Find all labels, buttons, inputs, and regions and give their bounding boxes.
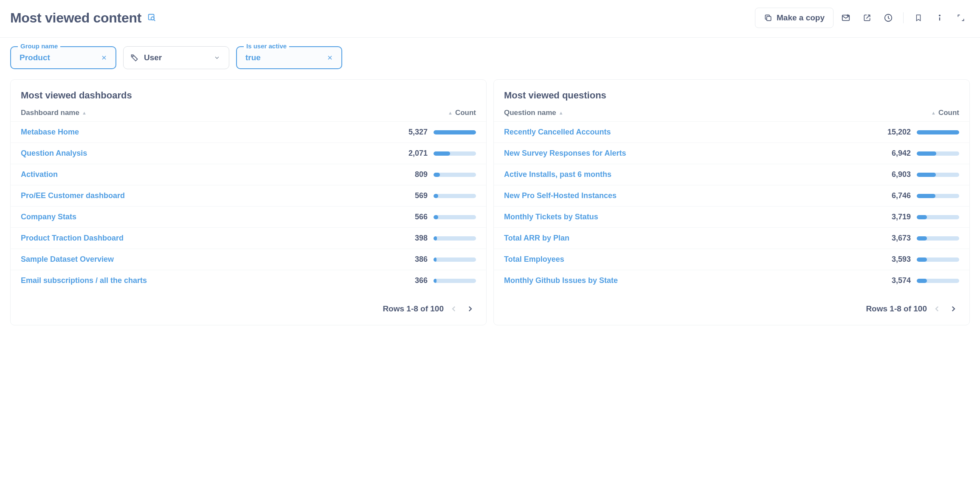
history-icon[interactable]	[879, 9, 897, 27]
pagination-info: Rows 1-8 of 100	[383, 304, 444, 313]
row-bar	[434, 194, 476, 198]
header-left: Most viewed content	[10, 10, 157, 26]
svg-line-2	[154, 20, 155, 21]
row-name-link[interactable]: Pro/EE Customer dashboard	[21, 191, 398, 200]
clear-icon[interactable]	[99, 53, 109, 62]
table-row: Monthly Github Issues by State3,574	[494, 270, 969, 291]
panel-title: Most viewed questions	[494, 88, 969, 109]
row-bar	[434, 130, 476, 134]
column-header-count[interactable]: ▲ Count	[391, 109, 476, 117]
row-name-link[interactable]: Activation	[21, 170, 398, 179]
row-count: 6,903	[881, 170, 911, 179]
subscription-icon[interactable]	[837, 9, 855, 27]
copy-icon	[764, 14, 772, 22]
row-name-link[interactable]: Sample Dataset Overview	[21, 255, 398, 264]
panel-footer: Rows 1-8 of 100	[11, 291, 486, 318]
table-row: Pro/EE Customer dashboard569	[11, 185, 486, 206]
filter-is-user-active[interactable]: Is user active true	[236, 46, 342, 69]
filter-group-name[interactable]: Group name Product	[10, 46, 116, 69]
row-count: 2,071	[398, 149, 428, 158]
row-name-link[interactable]: Metabase Home	[21, 128, 398, 137]
row-count: 566	[398, 213, 428, 221]
svg-line-7	[866, 15, 870, 18]
row-bar	[917, 173, 959, 177]
table-row: Activation809	[11, 164, 486, 185]
row-bar	[917, 151, 959, 156]
filter-value: true	[245, 53, 325, 62]
table-row: Monthly Tickets by Status3,719	[494, 206, 969, 227]
column-header-name[interactable]: Dashboard name ▲	[21, 109, 391, 117]
make-copy-button[interactable]: Make a copy	[755, 8, 834, 28]
row-name-link[interactable]: Active Installs, past 6 months	[504, 170, 881, 179]
filter-label: Is user active	[244, 42, 289, 50]
column-header-count[interactable]: ▲ Count	[874, 109, 959, 117]
table-row: Total Employees3,593	[494, 249, 969, 270]
svg-point-9	[939, 15, 940, 16]
row-bar	[917, 194, 959, 198]
filter-user[interactable]: User	[123, 46, 229, 69]
table-row: New Pro Self-Hosted Instances6,746	[494, 185, 969, 206]
row-count: 3,574	[881, 276, 911, 285]
row-name-link[interactable]: Recently Cancelled Accounts	[504, 128, 881, 137]
row-count: 366	[398, 276, 428, 285]
panel-questions: Most viewed questions Question name ▲ ▲ …	[493, 79, 970, 325]
row-name-link[interactable]: Email subscriptions / all the charts	[21, 276, 398, 285]
next-page-button[interactable]	[464, 303, 476, 315]
row-name-link[interactable]: New Pro Self-Hosted Instances	[504, 191, 881, 200]
prev-page-button[interactable]	[448, 303, 460, 315]
chevron-down-icon	[212, 53, 222, 63]
table-row: Metabase Home5,327	[11, 121, 486, 143]
table-row: Total ARR by Plan3,673	[494, 227, 969, 249]
next-page-button[interactable]	[947, 303, 959, 315]
table-row: Company Stats566	[11, 206, 486, 227]
row-count: 809	[398, 170, 428, 179]
filter-value: Product	[20, 53, 99, 62]
table-row: Sample Dataset Overview386	[11, 249, 486, 270]
svg-point-13	[132, 56, 133, 57]
row-bar	[434, 215, 476, 219]
table-row: Question Analysis2,071	[11, 143, 486, 164]
panels-container: Most viewed dashboards Dashboard name ▲ …	[0, 79, 980, 336]
verified-search-icon[interactable]	[147, 13, 157, 22]
page-title: Most viewed content	[10, 10, 141, 26]
svg-rect-3	[767, 17, 771, 21]
table-header: Dashboard name ▲ ▲ Count	[11, 109, 486, 121]
row-bar	[917, 236, 959, 241]
row-count: 398	[398, 234, 428, 243]
page-header: Most viewed content Make a copy	[0, 0, 980, 38]
column-header-name[interactable]: Question name ▲	[504, 109, 874, 117]
row-name-link[interactable]: Question Analysis	[21, 149, 398, 158]
table-row: Recently Cancelled Accounts15,202	[494, 121, 969, 143]
panel-footer: Rows 1-8 of 100	[494, 291, 969, 318]
table-body: Recently Cancelled Accounts15,202New Sur…	[494, 121, 969, 291]
clear-icon[interactable]	[325, 53, 335, 62]
filter-value: User	[144, 53, 212, 62]
row-name-link[interactable]: Total ARR by Plan	[504, 234, 881, 243]
share-icon[interactable]	[858, 9, 876, 27]
row-name-link[interactable]: New Survey Responses for Alerts	[504, 149, 881, 158]
row-bar	[434, 279, 476, 283]
row-name-link[interactable]: Product Traction Dashboard	[21, 234, 398, 243]
row-bar	[434, 257, 476, 262]
table-row: New Survey Responses for Alerts6,942	[494, 143, 969, 164]
table-row: Active Installs, past 6 months6,903	[494, 164, 969, 185]
make-copy-label: Make a copy	[777, 13, 825, 22]
row-count: 3,719	[881, 213, 911, 221]
row-bar	[917, 257, 959, 262]
row-count: 3,673	[881, 234, 911, 243]
row-name-link[interactable]: Company Stats	[21, 213, 398, 221]
row-count: 6,942	[881, 149, 911, 158]
table-header: Question name ▲ ▲ Count	[494, 109, 969, 121]
row-bar	[917, 279, 959, 283]
bookmark-icon[interactable]	[910, 9, 927, 27]
fullscreen-icon[interactable]	[952, 9, 970, 27]
prev-page-button[interactable]	[931, 303, 943, 315]
row-bar	[917, 215, 959, 219]
table-row: Product Traction Dashboard398	[11, 227, 486, 249]
row-name-link[interactable]: Monthly Tickets by Status	[504, 213, 881, 221]
row-name-link[interactable]: Total Employees	[504, 255, 881, 264]
filter-bar: Group name Product User Is user active t…	[0, 38, 980, 79]
info-icon[interactable]	[931, 9, 949, 27]
pagination-info: Rows 1-8 of 100	[866, 304, 927, 313]
row-name-link[interactable]: Monthly Github Issues by State	[504, 276, 881, 285]
